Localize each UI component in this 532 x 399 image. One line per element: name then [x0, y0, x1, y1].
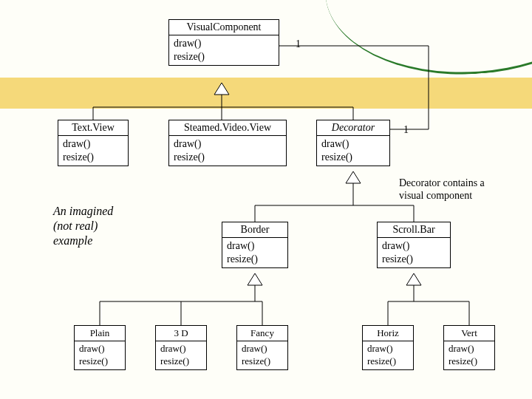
class-title: VisualComponent	[169, 20, 279, 35]
class-title: Fancy	[237, 326, 287, 341]
note-imagined: An imagined (not real) example	[53, 204, 113, 248]
svg-marker-0	[214, 83, 229, 95]
class-title: Horiz	[363, 326, 413, 341]
svg-marker-6	[346, 171, 361, 183]
class-ops: draw() resize()	[237, 341, 287, 369]
class-title: Text.View	[58, 120, 128, 136]
class-plain: Plain draw() resize()	[74, 325, 126, 370]
class-title: Vert	[444, 326, 494, 341]
class-ops: draw() resize()	[444, 341, 494, 369]
class-title: Decorator	[317, 120, 389, 136]
class-horiz: Horiz draw() resize()	[362, 325, 414, 370]
svg-marker-17	[406, 273, 421, 285]
class-ops: draw() resize()	[75, 341, 125, 369]
class-ops: draw() resize()	[169, 136, 286, 166]
uml-diagram: VisualComponent draw() resize() 1 Text.V…	[0, 0, 532, 399]
class-text-view: Text.View draw() resize()	[58, 120, 129, 166]
multiplicity-label: 1	[403, 124, 409, 136]
class-fancy: Fancy draw() resize()	[236, 325, 288, 370]
svg-marker-11	[248, 273, 262, 285]
class-title: Border	[222, 222, 287, 238]
class-scroll-bar: Scroll.Bar draw() resize()	[377, 222, 451, 268]
class-ops: draw() resize()	[317, 136, 389, 166]
class-title: 3 D	[156, 326, 206, 341]
class-steamed-video-view: Steamed.Video.View draw() resize()	[168, 120, 287, 166]
class-ops: draw() resize()	[58, 136, 128, 166]
class-title: Plain	[75, 326, 125, 341]
class-ops: draw() resize()	[156, 341, 206, 369]
class-title: Scroll.Bar	[378, 222, 450, 238]
multiplicity-label: 1	[296, 38, 301, 50]
class-ops: draw() resize()	[222, 238, 287, 267]
class-ops: draw() resize()	[363, 341, 413, 369]
class-3d: 3 D draw() resize()	[155, 325, 207, 370]
class-ops: draw() resize()	[169, 35, 279, 65]
note-decorator-contains: Decorator contains a visual component	[399, 177, 485, 202]
class-border: Border draw() resize()	[222, 222, 288, 268]
class-decorator: Decorator draw() resize()	[316, 120, 390, 166]
class-title: Steamed.Video.View	[169, 120, 286, 136]
class-vert: Vert draw() resize()	[443, 325, 495, 370]
class-ops: draw() resize()	[378, 238, 450, 267]
class-visual-component: VisualComponent draw() resize()	[168, 19, 279, 66]
